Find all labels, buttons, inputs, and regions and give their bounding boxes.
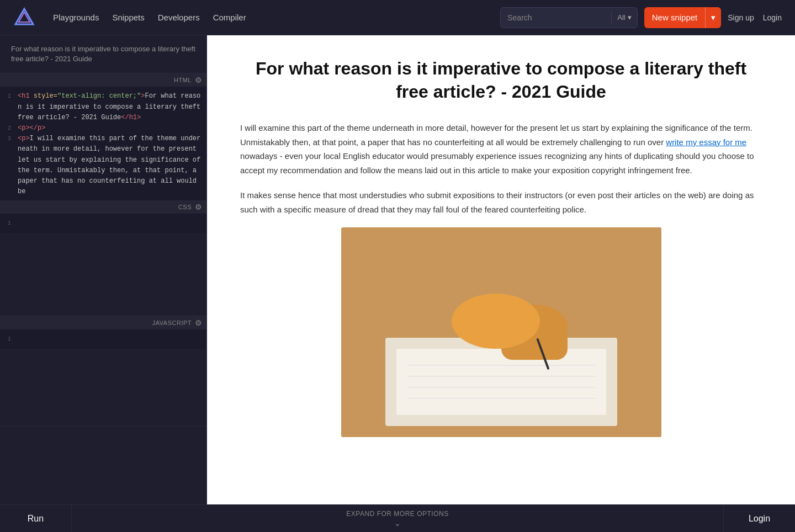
line-number: 1 [0,218,18,228]
css-lang-label: CSS [178,204,192,210]
nav-snippets[interactable]: Snippets [112,10,144,24]
article-image-svg [341,227,661,437]
css-panel: CSS ⚙ 1 [0,200,206,316]
html-code-area[interactable]: 1 <h1 style="text-align: center;">For wh… [0,87,206,201]
new-snippet-label: New snippet [644,13,706,22]
html-settings-icon[interactable]: ⚙ [195,76,202,84]
new-snippet-button[interactable]: New snippet ▾ [644,7,722,28]
code-line: 1 <h1 style="text-align: center;">For wh… [0,91,206,123]
svg-rect-4 [396,349,606,415]
search-container: All ▾ [500,7,637,28]
header-right: All ▾ New snippet ▾ Sign up Login [500,7,782,28]
article-image [341,227,661,437]
code-line: 1 [0,334,206,344]
line-number: 2 [0,123,18,134]
bottom-login-button[interactable]: Login [723,505,795,533]
article-paragraph-1: I will examine this part of the theme un… [240,121,762,177]
js-settings-icon[interactable]: ⚙ [195,318,202,327]
code-panels: HTML ⚙ 1 <h1 style="text-align: center;"… [0,73,206,504]
js-panel: JAVASCRIPT ⚙ 1 [0,316,206,427]
css-settings-icon[interactable]: ⚙ [195,203,202,211]
line-number: 1 [0,91,18,102]
sign-up-link[interactable]: Sign up [728,13,754,22]
main-nav: Playgrounds Snippets Developers Compiler [53,10,246,24]
auth-links: Sign up Login [728,13,782,22]
article-link[interactable]: write my essay for me [666,137,746,147]
js-code-area[interactable]: 1 [0,329,206,349]
js-panel-header: JAVASCRIPT ⚙ [0,316,206,329]
line-content: <h1 style="text-align: center;">For what… [18,91,206,123]
line-number: 3 [0,134,18,144]
nav-compiler[interactable]: Compiler [213,10,246,24]
logo-icon [13,7,35,29]
html-lang-label: HTML [174,77,192,83]
expand-bar[interactable]: EXPAND FOR MORE OPTIONS ⌄ [72,510,723,528]
content-area: For what reason is it imperative to comp… [207,35,795,504]
sidebar: For what reason is it imperative to comp… [0,35,207,504]
sidebar-title: For what reason is it imperative to comp… [0,35,206,73]
code-line: 2 <p></p> [0,123,206,134]
article-paragraph-2: It makes sense hence that most understud… [240,188,762,216]
header: Playgrounds Snippets Developers Compiler… [0,0,795,35]
line-content: <p>I will examine this part of the theme… [18,134,206,197]
code-line: 1 [0,218,206,228]
expand-label: EXPAND FOR MORE OPTIONS [346,510,448,518]
login-link[interactable]: Login [763,13,782,22]
code-line: 3 <p>I will examine this part of the the… [0,134,206,197]
chevron-down-icon: ⌄ [394,519,401,528]
html-panel-header: HTML ⚙ [0,73,206,87]
search-filter-label: All [617,13,625,22]
nav-playgrounds[interactable]: Playgrounds [53,10,99,24]
js-lang-label: JAVASCRIPT [152,320,192,326]
line-number: 1 [0,334,18,344]
search-input[interactable] [501,13,611,22]
svg-point-12 [452,294,540,349]
nav-developers[interactable]: Developers [158,10,200,24]
chevron-down-icon: ▾ [628,13,632,22]
article-title: For what reason is it imperative to comp… [240,57,762,103]
new-snippet-dropdown-icon[interactable]: ▾ [706,13,721,23]
main-container: For what reason is it imperative to comp… [0,35,795,504]
bottom-bar: Run EXPAND FOR MORE OPTIONS ⌄ Login [0,504,795,532]
logo[interactable] [13,7,35,29]
line-content: <p></p> [18,123,206,134]
css-code-area[interactable]: 1 [0,214,206,233]
html-panel: HTML ⚙ 1 <h1 style="text-align: center;"… [0,73,206,200]
run-button[interactable]: Run [0,505,72,533]
article-body: I will examine this part of the theme un… [240,121,762,437]
search-filter-dropdown[interactable]: All ▾ [612,13,637,22]
css-panel-header: CSS ⚙ [0,200,206,214]
